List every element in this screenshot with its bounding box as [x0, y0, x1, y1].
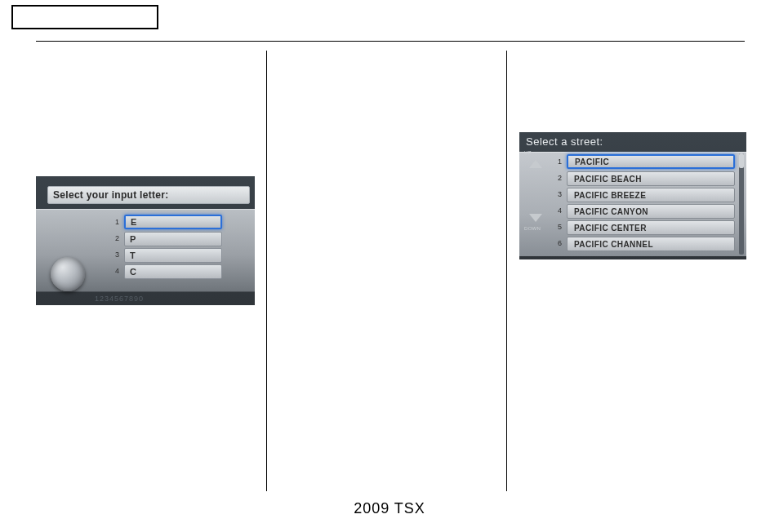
screen2-title: Select a street:	[526, 135, 603, 148]
screen2-panel: 1 PACIFIC 2 PACIFIC BEACH 3 PACIFIC BREE…	[519, 152, 746, 256]
screen1-row-letter[interactable]: C	[124, 264, 222, 279]
screen1-row-number: 4	[111, 267, 119, 275]
screen1-title: Select your input letter:	[47, 186, 250, 204]
screen2-row-number: 4	[552, 206, 562, 215]
column-divider-2	[506, 51, 507, 491]
screen2-row-street[interactable]: PACIFIC CANYON	[567, 204, 735, 219]
screen2-row-number: 3	[552, 190, 562, 198]
screen2-row-street[interactable]: PACIFIC BEACH	[567, 171, 735, 186]
arrow-up-icon[interactable]	[529, 160, 542, 168]
column-divider-1	[266, 51, 267, 491]
screen1-row-letter[interactable]: E	[124, 215, 222, 229]
screen2-row-street[interactable]: PACIFIC BREEZE	[567, 188, 735, 202]
screen2-row-number: 2	[552, 174, 562, 182]
scrollbar-thumb[interactable]	[739, 153, 744, 168]
screen1-row-letter[interactable]: T	[124, 248, 222, 263]
nav-screenshot-input-letter: Select your input letter: 1 E 2 P 3 T 4 …	[36, 176, 255, 305]
screen1-bottom-numbers: 1234567890	[95, 295, 144, 303]
screen1-row-number: 3	[111, 250, 119, 259]
screen1-panel: 1 E 2 P 3 T 4 C	[36, 209, 255, 292]
screen2-row-number: 5	[552, 223, 562, 231]
screen1-row-number: 2	[111, 234, 119, 242]
screen2-row-number: 1	[552, 157, 562, 166]
top-blank-box	[11, 5, 158, 29]
horizontal-rule	[36, 41, 745, 42]
scrollbar-track[interactable]	[739, 153, 744, 255]
screen1-row-letter[interactable]: P	[124, 232, 222, 246]
up-label: UP	[524, 150, 532, 155]
screen2-row-street[interactable]: PACIFIC CENTER	[567, 220, 735, 235]
rotary-knob-icon[interactable]	[51, 257, 85, 291]
footer-model-year: 2009 TSX	[0, 500, 779, 517]
nav-screenshot-select-street: Select a street: 1 PACIFIC 2 PACIFIC BEA…	[519, 132, 746, 259]
arrow-down-icon[interactable]	[529, 214, 542, 222]
screen2-row-number: 6	[552, 239, 562, 247]
down-label: DOWN	[524, 226, 541, 231]
screen2-row-street[interactable]: PACIFIC	[567, 154, 735, 169]
screen1-row-number: 1	[111, 218, 119, 226]
screen2-row-street[interactable]: PACIFIC CHANNEL	[567, 237, 735, 251]
